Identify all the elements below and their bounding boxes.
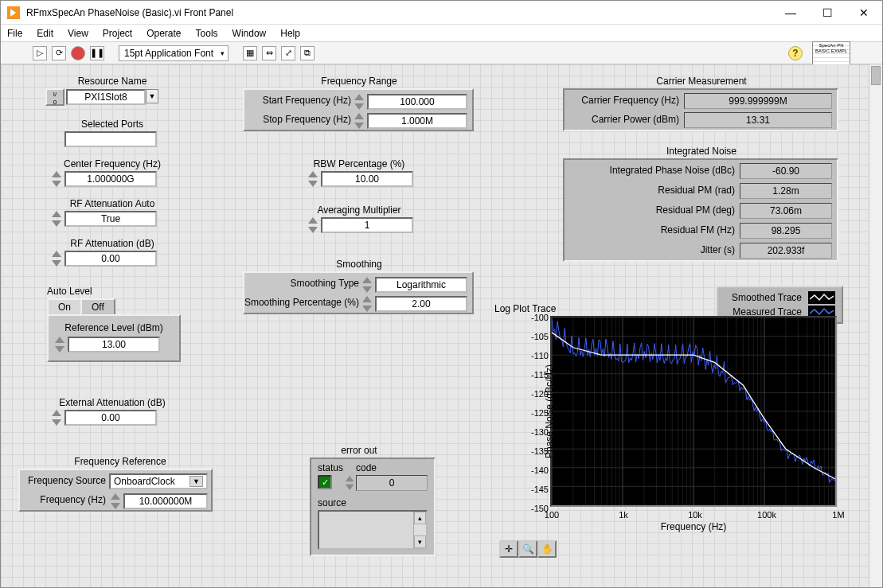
tab-off[interactable]: Off: [80, 298, 115, 314]
menubar: File Edit View Project Operate Tools Win…: [1, 25, 882, 42]
freq-hz-spinner[interactable]: [111, 493, 122, 509]
auto-level-label: Auto Level: [47, 286, 111, 297]
rbw-label: RBW Percentage (%): [279, 158, 439, 169]
scroll-up-icon[interactable]: ▴: [414, 512, 426, 524]
stop-freq-input[interactable]: 1.000M: [367, 113, 467, 129]
rf-att-auto-input[interactable]: True: [64, 211, 157, 227]
menu-operate[interactable]: Operate: [147, 28, 181, 39]
center-freq-spinner[interactable]: [52, 171, 63, 187]
error-out-cluster: status code ✓ 0 source ▴ ▾: [310, 458, 436, 556]
menu-project[interactable]: Project: [103, 28, 132, 39]
avg-spinner[interactable]: [308, 217, 319, 233]
selected-ports-input[interactable]: [64, 131, 157, 147]
ext-att-spinner[interactable]: [52, 410, 63, 426]
start-freq-label: Start Frequency (Hz): [248, 95, 351, 106]
run-button[interactable]: ▷: [33, 46, 47, 60]
freq-hz-input[interactable]: 10.000000M: [123, 493, 208, 509]
rf-att-spinner[interactable]: [52, 251, 63, 267]
carrier-meas-cluster: Carrier Frequency (Hz) 999.999999M Carri…: [563, 88, 838, 131]
int-pn-label: Integrated Phase Noise (dBc): [568, 165, 735, 176]
run-continuous-button[interactable]: ⟳: [52, 46, 66, 60]
maximize-button[interactable]: ☐: [809, 1, 846, 25]
smoothing-type-spinner[interactable]: [362, 277, 373, 293]
app-window: RFmxSpecAn PhaseNoise (Basic).vi Front P…: [0, 0, 883, 588]
reorder-button[interactable]: ⧉: [300, 46, 315, 60]
status-label: status: [318, 462, 343, 473]
rf-att-input[interactable]: 0.00: [64, 251, 157, 267]
res-fm-value: 98.295: [740, 223, 832, 239]
freq-source-combo[interactable]: OnboardClock ▼: [109, 473, 208, 489]
graph-palette: ✛ 🔍 ✋: [499, 540, 557, 558]
pause-button[interactable]: ❚❚: [90, 46, 104, 60]
distribute-button[interactable]: ⇔: [262, 46, 276, 60]
menu-view[interactable]: View: [68, 28, 88, 39]
ext-att-input[interactable]: 0.00: [64, 410, 157, 426]
ref-level-input[interactable]: 13.00: [68, 337, 160, 352]
smoothing-type-input[interactable]: Logarithmic: [375, 277, 467, 293]
avg-label: Averaging Multiplier: [279, 204, 439, 216]
stop-freq-label: Stop Frequency (Hz): [248, 114, 351, 125]
phase-noise-plot[interactable]: Phase Noise (dBc/Hz) Frequency (Hz) -100…: [550, 316, 837, 507]
smoothing-pct-input[interactable]: 2.00: [375, 296, 467, 312]
vi-icon: [7, 6, 20, 19]
status-led: ✓: [318, 475, 332, 489]
stop-freq-spinner[interactable]: [354, 113, 365, 129]
rbw-spinner[interactable]: [308, 171, 319, 187]
menu-help[interactable]: Help: [280, 28, 300, 39]
close-button[interactable]: ✕: [846, 1, 882, 25]
center-freq-label: Center Frequency (Hz): [49, 158, 176, 169]
menu-file[interactable]: File: [7, 28, 22, 39]
rf-att-label: RF Attenuation (dB): [49, 238, 176, 249]
abort-button[interactable]: [71, 46, 85, 60]
jitter-label: Jitter (s): [568, 244, 735, 255]
scroll-down-icon[interactable]: ▾: [414, 535, 426, 548]
menu-window[interactable]: Window: [232, 28, 267, 39]
panel-scrollbar[interactable]: [869, 64, 882, 587]
int-noise-label: Integrated Noise: [606, 146, 797, 157]
font-selector[interactable]: 15pt Application Font: [119, 45, 229, 61]
smoothing-cluster: Smoothing Type Logarithmic Smoothing Per…: [243, 271, 474, 314]
res-pm-rad-value: 1.28m: [740, 183, 832, 199]
source-scrollbar[interactable]: ▴ ▾: [413, 512, 426, 548]
freq-hz-label: Frequency (Hz): [23, 494, 106, 505]
front-panel: Resource Name I/0 PXI1Slot8 ▼ Selected P…: [1, 64, 882, 587]
ref-level-spinner[interactable]: [55, 337, 66, 352]
pan-tool-button[interactable]: ✋: [537, 540, 557, 558]
selected-ports-label: Selected Ports: [57, 119, 168, 130]
smoothing-pct-label: Smoothing Percentage (%): [240, 297, 359, 308]
carrier-freq-label: Carrier Frequency (Hz): [568, 95, 679, 106]
rf-att-auto-spinner[interactable]: [52, 211, 63, 227]
freq-source-label: Frequency Source: [23, 475, 106, 486]
legend-smoothed-swatch[interactable]: [808, 291, 835, 304]
plot-xlabel: Frequency (Hz): [661, 521, 727, 532]
start-freq-spinner[interactable]: [354, 94, 365, 110]
code-label: code: [356, 462, 377, 473]
center-freq-input[interactable]: 1.000000G: [64, 171, 157, 187]
tab-on[interactable]: On: [47, 298, 82, 314]
res-pm-rad-label: Residual PM (rad): [568, 185, 735, 196]
cursor-tool-button[interactable]: ✛: [499, 540, 518, 558]
menu-tools[interactable]: Tools: [196, 28, 218, 39]
res-fm-label: Residual FM (Hz): [568, 224, 735, 236]
rbw-input[interactable]: 10.00: [321, 171, 413, 187]
carrier-power-value: 13.31: [684, 112, 832, 128]
carrier-meas-label: Carrier Measurement: [606, 76, 797, 87]
resize-button[interactable]: ⤢: [281, 46, 295, 60]
minimize-button[interactable]: —: [772, 1, 809, 25]
titlebar: RFmxSpecAn PhaseNoise (Basic).vi Front P…: [1, 1, 882, 25]
source-value: ▴ ▾: [318, 510, 428, 550]
ext-att-label: External Attenuation (dB): [49, 397, 176, 408]
smoothing-label: Smoothing: [279, 259, 439, 270]
legend-smoothed-label: Smoothed Trace: [732, 292, 802, 303]
resource-name-dropdown[interactable]: ▼: [146, 89, 158, 103]
align-button[interactable]: ▦: [243, 46, 257, 60]
menu-edit[interactable]: Edit: [37, 28, 53, 39]
start-freq-input[interactable]: 100.000: [367, 94, 467, 110]
resource-name-value: PXI1Slot8: [66, 89, 146, 105]
help-icon[interactable]: ?: [788, 46, 803, 60]
int-noise-cluster: Integrated Phase Noise (dBc) -60.90 Resi…: [563, 158, 838, 262]
io-type-icon[interactable]: I/0: [45, 88, 64, 106]
avg-input[interactable]: 1: [321, 217, 413, 233]
zoom-tool-button[interactable]: 🔍: [518, 540, 537, 558]
smoothing-pct-spinner[interactable]: [362, 296, 373, 312]
